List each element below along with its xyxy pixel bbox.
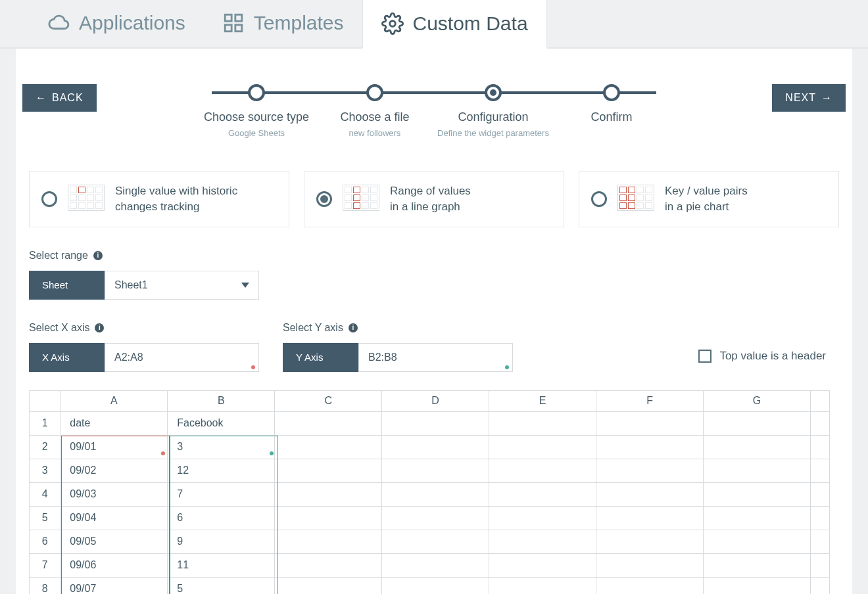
cell[interactable] (811, 530, 830, 554)
row-header[interactable]: 3 (30, 459, 60, 483)
step-confirm[interactable]: Confirm (552, 84, 671, 138)
config-scroll-region[interactable]: Single value with historic changes track… (16, 154, 852, 594)
row-header[interactable]: 6 (30, 530, 60, 554)
cell[interactable] (596, 530, 704, 554)
table-row[interactable]: 209/013 (30, 436, 830, 459)
column-header[interactable]: E (489, 391, 596, 412)
cell[interactable] (275, 436, 382, 459)
row-header[interactable]: 8 (30, 578, 60, 594)
column-header[interactable]: B (168, 391, 275, 412)
cell[interactable]: 09/04 (60, 507, 168, 530)
cell[interactable] (704, 412, 811, 436)
cell[interactable]: 5 (168, 578, 275, 594)
column-header[interactable]: D (382, 391, 489, 412)
cell[interactable]: 09/02 (60, 459, 168, 483)
cell[interactable] (704, 436, 811, 459)
cell[interactable] (704, 578, 811, 594)
table-row[interactable]: 1dateFacebook (30, 412, 830, 436)
table-row[interactable]: 609/059 (30, 530, 830, 554)
cell[interactable] (382, 412, 489, 436)
cell[interactable] (811, 578, 830, 594)
tab-custom-data[interactable]: Custom Data (362, 0, 547, 49)
cell[interactable] (704, 459, 811, 483)
cell[interactable] (275, 578, 382, 594)
cell[interactable]: 7 (168, 483, 275, 507)
y-axis-field[interactable]: Y Axis B2:B8 (283, 343, 513, 372)
cell[interactable] (275, 554, 382, 578)
cell[interactable] (596, 459, 704, 483)
cell[interactable] (382, 459, 489, 483)
tab-templates[interactable]: Templates (204, 0, 362, 47)
y-axis-input[interactable]: B2:B8 (358, 343, 513, 372)
cell[interactable]: 09/01 (60, 436, 168, 459)
spreadsheet[interactable]: A B C D E F G 1dateFacebook209/013309/02… (29, 390, 830, 594)
step-choose-file[interactable]: Choose a file new followers (316, 84, 434, 138)
step-configuration[interactable]: Configuration Define the widget paramete… (434, 84, 552, 138)
cell[interactable] (596, 578, 704, 594)
info-icon[interactable]: i (349, 323, 358, 332)
option-key-value[interactable]: Key / value pairs in a pie chart (579, 171, 839, 227)
next-button[interactable]: NEXT → (772, 84, 846, 112)
table-row[interactable]: 809/075 (30, 578, 830, 594)
cell[interactable] (275, 530, 382, 554)
cell[interactable]: Facebook (168, 412, 275, 436)
cell[interactable] (489, 459, 596, 483)
cell[interactable] (275, 507, 382, 530)
table-row[interactable]: 409/037 (30, 483, 830, 507)
row-header[interactable]: 4 (30, 483, 60, 507)
column-header[interactable]: F (596, 391, 704, 412)
x-axis-field[interactable]: X Axis A2:A8 (29, 343, 259, 372)
cell[interactable]: 11 (168, 554, 275, 578)
cell[interactable]: 09/07 (60, 578, 168, 594)
table-row[interactable]: 309/0212 (30, 459, 830, 483)
cell[interactable] (382, 554, 489, 578)
cell[interactable] (275, 412, 382, 436)
cell[interactable]: 09/06 (60, 554, 168, 578)
cell[interactable] (704, 507, 811, 530)
cell[interactable] (811, 507, 830, 530)
cell[interactable]: date (60, 412, 168, 436)
back-button[interactable]: ← BACK (22, 84, 97, 112)
cell[interactable] (704, 483, 811, 507)
top-value-header-toggle[interactable]: Top value is a header (698, 350, 826, 363)
cell[interactable] (704, 554, 811, 578)
cell[interactable] (596, 554, 704, 578)
cell[interactable] (811, 412, 830, 436)
info-icon[interactable]: i (93, 251, 103, 260)
cell[interactable] (811, 483, 830, 507)
sheet-select[interactable]: Sheet Sheet1 (29, 271, 259, 300)
table-row[interactable]: 709/0611 (30, 554, 830, 578)
step-source-type[interactable]: Choose source type Google Sheets (197, 84, 316, 138)
cell[interactable] (382, 530, 489, 554)
cell[interactable] (382, 507, 489, 530)
cell[interactable] (382, 483, 489, 507)
cell[interactable]: 12 (168, 459, 275, 483)
column-header[interactable]: G (704, 391, 811, 412)
cell[interactable]: 09/05 (60, 530, 168, 554)
cell[interactable] (489, 530, 596, 554)
cell[interactable] (811, 436, 830, 459)
column-header[interactable]: C (275, 391, 382, 412)
x-axis-input[interactable]: A2:A8 (105, 343, 259, 372)
cell[interactable] (382, 578, 489, 594)
cell[interactable] (596, 436, 704, 459)
cell[interactable] (489, 554, 596, 578)
cell[interactable] (275, 459, 382, 483)
info-icon[interactable]: i (95, 323, 104, 332)
tab-applications[interactable]: Applications (29, 0, 204, 47)
cell[interactable] (811, 459, 830, 483)
cell[interactable] (596, 507, 704, 530)
cell[interactable] (489, 483, 596, 507)
cell[interactable] (596, 483, 704, 507)
table-row[interactable]: 509/046 (30, 507, 830, 530)
row-header[interactable]: 2 (30, 436, 60, 459)
cell[interactable] (382, 436, 489, 459)
cell[interactable]: 3 (168, 436, 275, 459)
cell[interactable]: 09/03 (60, 483, 168, 507)
cell[interactable] (596, 412, 704, 436)
row-header[interactable]: 5 (30, 507, 60, 530)
row-header[interactable]: 1 (30, 412, 60, 436)
column-header[interactable]: A (60, 391, 168, 412)
row-header[interactable]: 7 (30, 554, 60, 578)
cell[interactable] (489, 412, 596, 436)
